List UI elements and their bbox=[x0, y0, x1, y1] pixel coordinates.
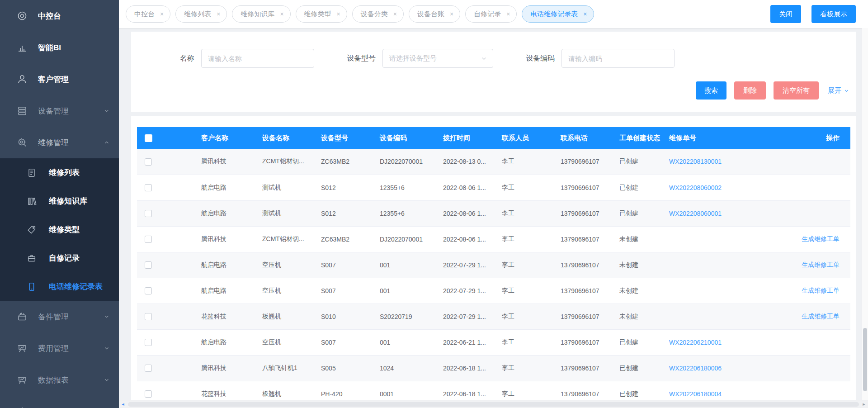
sidebar-item-knowledge-base[interactable]: 维修知识库 bbox=[0, 187, 119, 215]
col-header-phone: 联系电话 bbox=[555, 127, 614, 149]
sidebar-item-spare-parts[interactable]: 备件管理 bbox=[0, 301, 119, 332]
filter-panel: 名称 设备型号 请选择设备型号 设备编码 搜索 删除 清空所有 展开 bbox=[131, 32, 856, 112]
cell-device: 板翘机 bbox=[257, 381, 316, 400]
cell-phone: 13790696107 bbox=[555, 381, 614, 400]
row-checkbox[interactable] bbox=[145, 287, 152, 294]
vertical-scrollbar[interactable] bbox=[862, 28, 868, 400]
generate-work-order-link[interactable]: 生成维修工单 bbox=[802, 261, 840, 268]
tab-bar: 中控台 × 维修列表 × 维修知识库 × 维修类型 × bbox=[119, 0, 868, 28]
view-tab[interactable]: 设备分类 × bbox=[352, 5, 404, 23]
col-header-code: 设备编码 bbox=[374, 127, 438, 149]
sidebar-item-phone-repair-records[interactable]: 电话维修记录表 bbox=[0, 272, 119, 301]
sidebar-item-repair-list[interactable]: 维修列表 bbox=[0, 158, 119, 187]
search-button[interactable]: 搜索 bbox=[696, 81, 726, 100]
cell-order-status: 已创建 bbox=[614, 175, 664, 200]
sidebar-item-settings[interactable]: 系统设置 bbox=[0, 396, 119, 408]
tab-close-icon[interactable]: × bbox=[280, 10, 283, 18]
row-checkbox[interactable] bbox=[145, 339, 152, 346]
row-checkbox[interactable] bbox=[145, 158, 152, 166]
tab-close-icon[interactable]: × bbox=[217, 10, 220, 18]
sidebar-item-repair-type[interactable]: 维修类型 bbox=[0, 215, 119, 244]
scroll-right-arrow-icon[interactable]: ▸ bbox=[860, 400, 868, 408]
generate-work-order-link[interactable]: 生成维修工单 bbox=[802, 287, 840, 294]
tab-close-icon[interactable]: × bbox=[160, 10, 164, 18]
cell-code: DJ2022070001 bbox=[374, 149, 438, 175]
phone-repair-records-table: 客户名称 设备名称 设备型号 设备编码 拨打时间 联系人员 联系电话 工单创建状… bbox=[137, 127, 850, 400]
horizontal-scrollbar-thumb[interactable] bbox=[128, 402, 859, 407]
row-checkbox[interactable] bbox=[145, 313, 152, 320]
cell-customer: 航启电路 bbox=[196, 278, 257, 304]
table-row: 花篮科技 板翘机 S010 S20220719 2022-07-29 1... … bbox=[137, 304, 850, 329]
sidebar-item-self-repair[interactable]: 自修记录 bbox=[0, 244, 119, 272]
row-checkbox[interactable] bbox=[145, 236, 152, 243]
row-checkbox[interactable] bbox=[145, 261, 152, 269]
view-tab[interactable]: 维修类型 × bbox=[296, 5, 347, 23]
clear-all-button[interactable]: 清空所有 bbox=[774, 81, 819, 100]
tab-close-icon[interactable]: × bbox=[393, 10, 397, 18]
sidebar-item-console[interactable]: 中控台 bbox=[0, 0, 119, 32]
cell-customer: 腾讯科技 bbox=[196, 355, 257, 381]
sidebar-item-bi[interactable]: 智能BI bbox=[0, 32, 119, 63]
cell-customer: 腾讯科技 bbox=[196, 226, 257, 252]
tab-close-icon[interactable]: × bbox=[506, 10, 510, 18]
select-all-checkbox[interactable] bbox=[145, 134, 152, 142]
cell-phone: 13790696107 bbox=[555, 304, 614, 329]
row-checkbox[interactable] bbox=[145, 365, 152, 372]
sidebar-item-customers[interactable]: 客户管理 bbox=[0, 63, 119, 95]
col-header-model: 设备型号 bbox=[316, 127, 374, 149]
row-checkbox[interactable] bbox=[145, 184, 152, 191]
board-display-button[interactable]: 看板展示 bbox=[811, 5, 856, 23]
table-row: 腾讯科技 ZCMT铝材切... ZC63MB2 DJ2022070001 202… bbox=[137, 226, 850, 252]
device-model-select[interactable]: 请选择设备型号 bbox=[382, 49, 493, 68]
sidebar-item-label: 维修知识库 bbox=[49, 196, 87, 206]
repair-submenu: 维修列表 维修知识库 维修类型 自修记录 电话维修记录表 bbox=[0, 158, 119, 301]
cell-customer: 花篮科技 bbox=[196, 304, 257, 329]
scroll-left-arrow-icon[interactable]: ◂ bbox=[119, 400, 127, 408]
table-row: 花篮科技 板翘机 PH-420 0001 2022-06-18 1... 李工 … bbox=[137, 381, 850, 400]
horizontal-scrollbar[interactable]: ◂ ▸ bbox=[119, 400, 868, 408]
cell-code: 12355+6 bbox=[374, 200, 438, 226]
view-tab[interactable]: 中控台 × bbox=[126, 5, 170, 23]
vertical-scrollbar-thumb[interactable] bbox=[863, 328, 867, 391]
name-input[interactable] bbox=[201, 49, 314, 68]
col-header-order-status: 工单创建状态 bbox=[614, 127, 664, 149]
view-tab[interactable]: 维修知识库 × bbox=[232, 5, 290, 23]
tab-close-icon[interactable]: × bbox=[450, 10, 453, 18]
device-code-input[interactable] bbox=[561, 49, 675, 68]
settings-icon bbox=[16, 406, 28, 408]
view-tab[interactable]: 自修记录 × bbox=[465, 5, 517, 23]
cell-customer: 航启电路 bbox=[196, 200, 257, 226]
work-order-link[interactable]: WX202206210001 bbox=[669, 339, 722, 346]
view-tab[interactable]: 电话维修记录表 × bbox=[522, 5, 594, 23]
work-order-link[interactable]: WX202208060001 bbox=[669, 210, 722, 217]
work-order-link[interactable]: WX202208060002 bbox=[669, 184, 722, 191]
cell-model: ZC63MB2 bbox=[316, 149, 374, 175]
table-row: 腾讯科技 八轴飞针机1 S005 1024 2022-06-18 1... 李工… bbox=[137, 355, 850, 381]
generate-work-order-link[interactable]: 生成维修工单 bbox=[802, 313, 840, 320]
sidebar-item-repair[interactable]: 维修管理 bbox=[0, 127, 119, 158]
tab-close-icon[interactable]: × bbox=[337, 10, 340, 18]
sidebar-item-reports[interactable]: 数据报表 bbox=[0, 364, 119, 396]
phone-icon bbox=[26, 281, 37, 292]
view-tab[interactable]: 设备台账 × bbox=[409, 5, 460, 23]
work-order-link[interactable]: WX202208130001 bbox=[669, 158, 722, 165]
cell-contact: 李工 bbox=[496, 278, 555, 304]
work-order-link[interactable]: WX202206180006 bbox=[669, 365, 722, 372]
sidebar-item-devices[interactable]: 设备管理 bbox=[0, 95, 119, 127]
close-button[interactable]: 关闭 bbox=[770, 5, 801, 23]
generate-work-order-link[interactable]: 生成维修工单 bbox=[802, 235, 840, 242]
report-icon bbox=[16, 374, 28, 386]
view-tab[interactable]: 维修列表 × bbox=[175, 5, 227, 23]
row-checkbox[interactable] bbox=[145, 210, 152, 217]
sidebar-item-fees[interactable]: 费用管理 bbox=[0, 332, 119, 364]
sidebar-item-label: 电话维修记录表 bbox=[49, 281, 103, 292]
cell-code: 0001 bbox=[374, 381, 438, 400]
chevron-down-icon bbox=[481, 55, 487, 62]
row-checkbox[interactable] bbox=[145, 390, 152, 398]
bi-chart-icon bbox=[16, 42, 28, 53]
delete-button[interactable]: 删除 bbox=[734, 81, 766, 100]
work-order-link[interactable]: WX202206180004 bbox=[669, 390, 722, 398]
expand-link[interactable]: 展开 bbox=[828, 86, 849, 95]
cell-order-status: 未创建 bbox=[614, 278, 664, 304]
tab-close-icon[interactable]: × bbox=[583, 10, 587, 18]
